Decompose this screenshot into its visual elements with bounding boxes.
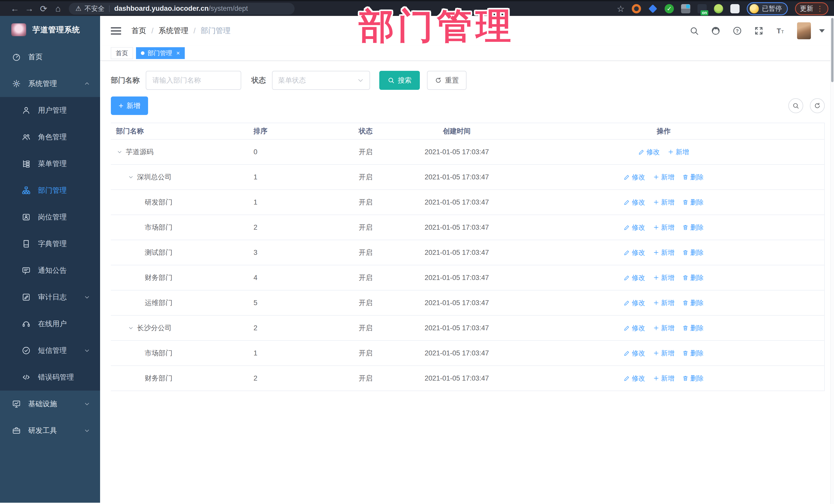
table-row[interactable]: 深圳总公司1开启2021-01-05 17:03:47修改新增删除 xyxy=(111,165,824,190)
expand-caret-icon[interactable] xyxy=(127,174,134,181)
search-icon[interactable] xyxy=(689,26,699,36)
edit-action-link[interactable]: 修改 xyxy=(623,198,645,207)
extensions-puzzle-icon[interactable] xyxy=(730,4,740,13)
toggle-search-button[interactable] xyxy=(788,98,803,113)
add-action-link[interactable]: 新增 xyxy=(653,374,674,383)
browser-menu-dots-icon[interactable]: ⋮ xyxy=(816,4,824,13)
table-row[interactable]: 长沙分公司2开启2021-01-05 17:03:47修改新增删除 xyxy=(111,316,824,341)
breadcrumb-home[interactable]: 首页 xyxy=(131,26,146,36)
add-button[interactable]: + 新增 xyxy=(111,96,148,115)
green-avatar-extension-icon[interactable] xyxy=(714,4,723,13)
delete-action-link[interactable]: 删除 xyxy=(682,198,704,207)
help-icon[interactable]: ? xyxy=(732,26,742,36)
add-action-link[interactable]: 新增 xyxy=(653,299,674,307)
sidebar-item-dept[interactable]: 部门管理 xyxy=(0,177,100,204)
sidebar-item-user[interactable]: 用户管理 xyxy=(0,97,100,124)
sidebar-item-menu[interactable]: 菜单管理 xyxy=(0,150,100,177)
table-row[interactable]: 市场部门1开启2021-01-05 17:03:47修改新增删除 xyxy=(111,341,824,366)
edit-action-link[interactable]: 修改 xyxy=(623,273,645,282)
delete-action-link[interactable]: 删除 xyxy=(682,374,704,383)
refresh-table-button[interactable] xyxy=(810,98,825,113)
delete-action-link[interactable]: 删除 xyxy=(682,299,704,307)
table-row[interactable]: 财务部门4开启2021-01-05 17:03:47修改新增删除 xyxy=(111,265,824,290)
browser-update-button[interactable]: 更新 ⋮ xyxy=(795,2,828,15)
forward-icon[interactable]: → xyxy=(22,4,37,14)
sidebar-logo-row[interactable]: 芋道管理系统 xyxy=(0,16,100,44)
edit-action-link[interactable]: 修改 xyxy=(623,324,645,333)
reset-button[interactable]: 重置 xyxy=(427,71,466,90)
scrollbar-thumb[interactable] xyxy=(831,18,833,82)
sidebar-item-label: 通知公告 xyxy=(38,266,67,275)
home-icon[interactable]: ⌂ xyxy=(51,4,65,14)
green-check-extension-icon[interactable] xyxy=(665,4,674,13)
expand-caret-icon[interactable] xyxy=(127,324,134,332)
add-action-link[interactable]: 新增 xyxy=(653,173,674,182)
sidebar-item-online[interactable]: 在线用户 xyxy=(0,310,100,337)
table-row[interactable]: 研发部门1开启2021-01-05 17:03:47修改新增删除 xyxy=(111,190,824,215)
edit-action-link[interactable]: 修改 xyxy=(623,173,645,182)
sidebar-item-infra[interactable]: 基础设施 xyxy=(0,391,100,417)
add-action-link[interactable]: 新增 xyxy=(653,198,674,207)
table-row[interactable]: 财务部门2开启2021-01-05 17:03:47修改新增删除 xyxy=(111,366,824,391)
delete-action-link[interactable]: 删除 xyxy=(682,349,704,358)
delete-action-link[interactable]: 删除 xyxy=(682,273,704,282)
sidebar-item-devtools[interactable]: 研发工具 xyxy=(0,417,100,444)
delete-action-link[interactable]: 删除 xyxy=(682,173,704,182)
bookmark-star-icon[interactable]: ☆ xyxy=(617,4,624,14)
browser-profile-button[interactable]: 已暂停 xyxy=(747,2,788,15)
edit-action-link[interactable]: 修改 xyxy=(623,299,645,307)
delete-action-link[interactable]: 删除 xyxy=(682,324,704,333)
sidebar-item-home[interactable]: 首页 xyxy=(0,44,100,70)
dept-name-input[interactable] xyxy=(146,71,241,90)
add-action-link[interactable]: 新增 xyxy=(653,324,674,333)
address-bar[interactable]: ⚠ 不安全 dashboard.yudao.iocoder.cn /system… xyxy=(69,3,294,15)
orange-ring-extension-icon[interactable] xyxy=(632,4,641,13)
edit-action-link[interactable]: 修改 xyxy=(638,148,660,156)
table-row[interactable]: 市场部门2开启2021-01-05 17:03:47修改新增删除 xyxy=(111,215,824,240)
add-action-link[interactable]: 新增 xyxy=(653,248,674,257)
user-avatar[interactable] xyxy=(797,22,811,39)
sidebar-item-errorcode[interactable]: 错误码管理 xyxy=(0,364,100,391)
profile-status-label: 已暂停 xyxy=(762,4,782,13)
blue-gem-extension-icon[interactable] xyxy=(648,4,657,13)
tag-home[interactable]: 首页 xyxy=(111,47,133,59)
add-action-link[interactable]: 新增 xyxy=(653,223,674,232)
add-action-link[interactable]: 新增 xyxy=(667,148,689,156)
proxy-extension-icon[interactable]: on xyxy=(698,4,707,13)
plus-icon xyxy=(667,149,674,155)
search-button[interactable]: 搜索 xyxy=(379,71,420,90)
delete-action-link[interactable]: 删除 xyxy=(682,248,704,257)
reload-icon[interactable]: ⟳ xyxy=(37,4,51,14)
add-action-link[interactable]: 新增 xyxy=(653,349,674,358)
sidebar-item-audit[interactable]: 审计日志 xyxy=(0,284,100,310)
edit-action-link[interactable]: 修改 xyxy=(623,374,645,383)
back-icon[interactable]: ← xyxy=(8,4,22,14)
github-icon[interactable] xyxy=(711,26,721,36)
expand-caret-icon[interactable] xyxy=(116,148,123,155)
delete-action-link[interactable]: 删除 xyxy=(682,223,704,232)
sidebar-item-role[interactable]: 角色管理 xyxy=(0,124,100,150)
user-menu-caret-icon[interactable] xyxy=(819,29,825,32)
grid-extension-icon[interactable] xyxy=(681,4,690,13)
add-action-link[interactable]: 新增 xyxy=(653,273,674,282)
edit-action-link[interactable]: 修改 xyxy=(623,248,645,257)
sidebar-item-dict[interactable]: 字典管理 xyxy=(0,231,100,257)
breadcrumb-system[interactable]: 系统管理 xyxy=(159,26,188,36)
tag-dept[interactable]: 部门管理 × xyxy=(136,47,185,59)
sidebar-item-system[interactable]: 系统管理 xyxy=(0,70,100,97)
page-scrollbar[interactable] xyxy=(830,16,834,504)
tag-close-icon[interactable]: × xyxy=(176,49,180,57)
edit-action-link[interactable]: 修改 xyxy=(623,223,645,232)
hamburger-icon[interactable] xyxy=(111,27,121,35)
edit-action-link[interactable]: 修改 xyxy=(623,349,645,358)
trash-icon xyxy=(682,350,689,356)
sidebar-item-notice[interactable]: 通知公告 xyxy=(0,257,100,284)
status-select[interactable]: 菜单状态 xyxy=(272,71,370,90)
table-row[interactable]: 芋道源码0开启2021-01-05 17:03:47修改新增 xyxy=(111,139,824,165)
font-size-icon[interactable]: TT xyxy=(775,26,785,36)
table-row[interactable]: 运维部门5开启2021-01-05 17:03:47修改新增删除 xyxy=(111,290,824,316)
sidebar-item-sms[interactable]: 短信管理 xyxy=(0,337,100,364)
sidebar-item-post[interactable]: 岗位管理 xyxy=(0,204,100,231)
table-row[interactable]: 测试部门3开启2021-01-05 17:03:47修改新增删除 xyxy=(111,240,824,265)
fullscreen-icon[interactable] xyxy=(754,26,764,36)
